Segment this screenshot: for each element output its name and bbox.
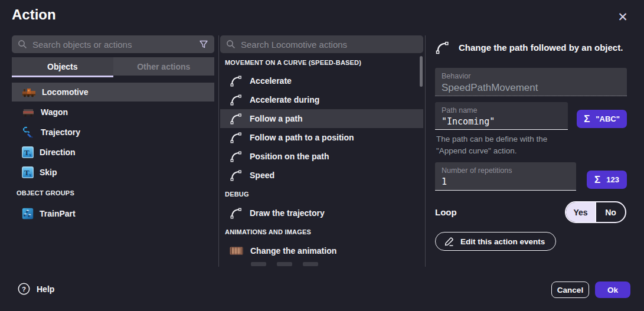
action-item-follow-a-path-to-a-position[interactable]: Follow a path to a position	[220, 128, 423, 147]
action-description: Change the path followed by an object.	[459, 42, 623, 53]
page-title: Action	[12, 6, 56, 23]
list-item-label: Locomotive	[42, 87, 89, 97]
action-item-label: Position on the path	[250, 152, 329, 161]
animation-icon	[230, 246, 243, 256]
object-groups-header: OBJECT GROUPS	[12, 183, 214, 203]
field-label: Behavior	[442, 72, 620, 80]
search-icon	[226, 40, 236, 49]
list-item-locomotive[interactable]: Locomotive	[12, 83, 214, 102]
list-item-direction[interactable]: T x Direction	[12, 143, 214, 162]
filter-icon[interactable]	[199, 40, 208, 49]
search-icon	[18, 40, 27, 49]
list-item-skip[interactable]: T x Skip	[12, 163, 214, 182]
loop-label: Loop	[435, 207, 457, 217]
object-list: Locomotive Wagon Trajectory	[12, 83, 214, 223]
cancel-button[interactable]: Cancel	[551, 281, 589, 298]
action-description-row: Change the path followed by an object.	[435, 40, 623, 55]
search-input[interactable]	[241, 40, 417, 50]
list-item-label: Trajectory	[41, 127, 80, 137]
expression-editor-123-button[interactable]: Σ 123	[587, 171, 627, 189]
trajectory-icon	[22, 126, 35, 139]
curve-action-icon	[230, 207, 243, 220]
behavior-field: Behavior SpeedPathMovement	[435, 68, 627, 96]
tab-objects[interactable]: Objects	[12, 57, 113, 76]
sigma-icon: Σ	[584, 113, 590, 125]
repetitions-field[interactable]: Number of repetitions 1	[435, 162, 576, 191]
text-object-icon: T x	[22, 146, 34, 158]
objects-panel: Objects Other actions Locomotive	[12, 35, 214, 53]
svg-text:x: x	[29, 152, 31, 158]
curve-action-icon	[230, 169, 243, 182]
panel-divider	[218, 35, 219, 267]
loop-yes-button[interactable]: Yes	[566, 202, 595, 222]
list-item-label: Direction	[40, 148, 76, 157]
list-item-wagon[interactable]: Wagon	[12, 103, 214, 122]
curve-action-icon	[230, 131, 243, 144]
section-header: MOVEMENT ON A CURVE (SPEED-BASED)	[220, 53, 423, 71]
action-item-label: Follow a path to a position	[250, 133, 354, 142]
curve-action-icon	[230, 112, 243, 125]
search-input[interactable]	[32, 40, 194, 50]
field-label: Path name	[442, 106, 561, 114]
path-name-field[interactable]: Path name "Incoming"	[435, 102, 568, 130]
loop-no-button[interactable]: No	[595, 202, 625, 222]
edit-action-events-button[interactable]: Edit this action events	[435, 232, 556, 251]
object-tabs: Objects Other actions	[12, 57, 214, 76]
list-item-trajectory[interactable]: Trajectory	[12, 123, 214, 142]
text-object-icon: T x	[22, 166, 34, 178]
svg-text:x: x	[29, 172, 31, 178]
ok-button[interactable]: Ok	[595, 281, 630, 298]
section-header: ANIMATIONS AND IMAGES	[220, 222, 423, 241]
help-icon: ?	[18, 283, 30, 295]
path-name-value[interactable]: "Incoming"	[442, 116, 561, 127]
svg-text:?: ?	[22, 286, 26, 293]
action-item-speed[interactable]: Speed	[220, 166, 423, 185]
action-item-label: Accelerate during	[250, 95, 319, 104]
loop-row: Loop Yes No	[435, 201, 627, 223]
curve-action-icon	[230, 93, 243, 106]
locomotive-icon	[22, 87, 36, 97]
behavior-value: SpeedPathMovement	[442, 82, 620, 94]
action-item-label: Change the animation	[250, 246, 336, 256]
scrollbar-thumb[interactable]	[420, 56, 423, 87]
action-item-label: Speed	[250, 171, 274, 180]
actions-search[interactable]	[220, 35, 423, 53]
wagon-icon	[22, 107, 35, 117]
action-item-label: Draw the trajectory	[250, 208, 325, 218]
list-item-trainpart[interactable]: TrainPart	[12, 204, 214, 223]
objects-search[interactable]	[12, 35, 214, 53]
action-item-accelerate-during[interactable]: Accelerate during	[220, 90, 423, 109]
path-helper-text: The path can be define with the "Append …	[436, 133, 547, 157]
curve-action-icon	[230, 150, 243, 163]
curve-action-icon	[435, 40, 450, 55]
expression-editor-abc-button[interactable]: Σ "ABC"	[577, 110, 627, 128]
action-item-draw-the-trajectory[interactable]: Draw the trajectory	[220, 204, 423, 222]
action-item-follow-a-path[interactable]: Follow a path	[220, 109, 423, 128]
curve-action-icon	[230, 74, 243, 87]
panel-divider	[425, 35, 426, 267]
list-item-label: TrainPart	[40, 209, 76, 218]
action-item-position-on-the-path[interactable]: Position on the path	[220, 147, 423, 166]
action-list: MOVEMENT ON A CURVE (SPEED-BASED) Accele…	[220, 53, 423, 266]
tab-other-actions[interactable]: Other actions	[113, 57, 215, 76]
action-item-change-the-animation[interactable]: Change the animation	[220, 241, 423, 260]
list-item-label: Wagon	[41, 107, 68, 117]
repetitions-value[interactable]: 1	[442, 176, 570, 187]
action-item-label: Accelerate	[250, 76, 292, 86]
list-item-label: Skip	[40, 168, 57, 177]
section-header: DEBUG	[220, 185, 423, 204]
action-dialog: Action ✕ Objects Other actions Locomotiv…	[0, 0, 644, 311]
close-icon[interactable]: ✕	[614, 8, 632, 25]
action-item-accelerate[interactable]: Accelerate	[220, 71, 423, 90]
group-icon	[22, 208, 34, 220]
actions-panel: MOVEMENT ON A CURVE (SPEED-BASED) Accele…	[220, 35, 423, 267]
action-item-label: Follow a path	[250, 114, 302, 123]
pencil-icon	[444, 236, 455, 247]
loop-toggle: Yes No	[565, 201, 626, 223]
sigma-icon: Σ	[594, 174, 600, 186]
help-button[interactable]: ? Help	[18, 283, 54, 295]
clipped-next-row	[220, 260, 423, 266]
field-label: Number of repetitions	[442, 166, 570, 175]
